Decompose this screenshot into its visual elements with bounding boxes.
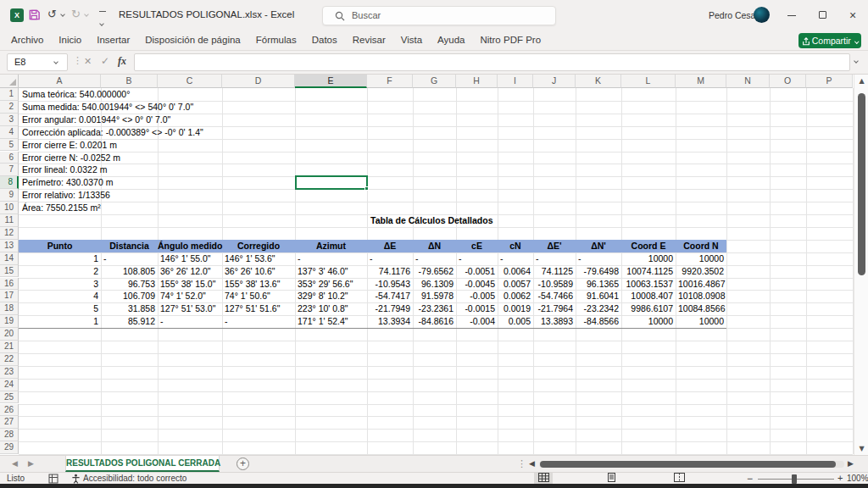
- row-header-27[interactable]: 27: [0, 416, 19, 429]
- table-header-3[interactable]: Ángulo medido: [158, 240, 222, 252]
- column-header-O[interactable]: O: [770, 75, 806, 88]
- row-header-19[interactable]: 19: [0, 315, 19, 328]
- table-header-10[interactable]: ΔE': [533, 240, 576, 252]
- cell-H14[interactable]: -: [459, 252, 495, 265]
- cell-F17[interactable]: -54.7417: [370, 290, 410, 302]
- fill-handle[interactable]: [364, 186, 369, 191]
- cell-M19[interactable]: 10000: [678, 315, 724, 328]
- row-header-26[interactable]: 26: [0, 404, 19, 417]
- summary-line[interactable]: Error cierre N: -0.0252 m: [22, 152, 120, 164]
- cell-H16[interactable]: -0.0045: [459, 278, 495, 291]
- cell-I14[interactable]: -: [500, 252, 531, 265]
- row-header-15[interactable]: 15: [0, 265, 19, 278]
- scroll-right-icon[interactable]: ▶: [848, 459, 854, 468]
- table-header-12[interactable]: Coord E: [621, 240, 676, 252]
- cell-J16[interactable]: -10.9589: [536, 278, 573, 291]
- cell-D16[interactable]: 155° 38' 13.6": [225, 278, 292, 291]
- column-header-D[interactable]: D: [222, 75, 295, 88]
- column-header-B[interactable]: B: [101, 75, 158, 88]
- accessibility-status[interactable]: Accesibilidad: todo correcto: [83, 474, 186, 483]
- cell-M15[interactable]: 9920.3502: [678, 265, 724, 278]
- cell-K18[interactable]: -23.2342: [578, 302, 619, 315]
- cell-C18[interactable]: 127° 51' 53.0": [160, 302, 220, 315]
- cell-I16[interactable]: 0.0057: [500, 278, 531, 291]
- cell-E19[interactable]: 171° 1' 52.4": [298, 315, 364, 328]
- cell-D18[interactable]: 127° 51' 51.6": [225, 302, 292, 315]
- row-header-23[interactable]: 23: [0, 366, 19, 379]
- row-header-11[interactable]: 11: [0, 214, 19, 227]
- summary-line[interactable]: Error cierre E: 0.0201 m: [22, 139, 117, 152]
- summary-line[interactable]: Suma medida: 540.001944° <> 540° 0' 7.0": [22, 101, 193, 114]
- summary-line[interactable]: Error lineal: 0.0322 m: [22, 164, 107, 176]
- cell-G16[interactable]: 96.1309: [415, 278, 453, 291]
- row-header-5[interactable]: 5: [0, 139, 19, 152]
- cell-B19[interactable]: 85.912: [103, 315, 155, 328]
- cell-A17[interactable]: 4: [21, 290, 98, 302]
- row-header-3[interactable]: 3: [0, 114, 19, 126]
- cell-C14[interactable]: 146° 1' 55.0": [160, 252, 220, 265]
- row-header-28[interactable]: 28: [0, 429, 19, 441]
- row-header-22[interactable]: 22: [0, 353, 19, 366]
- row-header-7[interactable]: 7: [0, 164, 19, 176]
- table-title[interactable]: Tabla de Cálculos Detallados: [370, 214, 493, 227]
- row-header-1[interactable]: 1: [0, 88, 19, 101]
- sheet-next-icon[interactable]: ▶: [28, 459, 34, 468]
- scroll-down-icon[interactable]: ▼: [854, 445, 868, 452]
- cell-C15[interactable]: 36° 26' 12.0": [160, 265, 220, 278]
- scroll-left-icon[interactable]: ◀: [529, 459, 535, 468]
- column-header-L[interactable]: L: [621, 75, 676, 88]
- cell-L17[interactable]: 10008.407: [624, 290, 673, 302]
- cell-M16[interactable]: 10016.4867: [678, 278, 724, 291]
- horizontal-scrollbar-thumb[interactable]: [540, 461, 836, 468]
- table-header-13[interactable]: Coord N: [676, 240, 726, 252]
- cell-I18[interactable]: 0.0019: [500, 302, 531, 315]
- view-normal-button[interactable]: [534, 473, 553, 485]
- cell-E16[interactable]: 353° 29' 56.6": [298, 278, 364, 291]
- cell-D15[interactable]: 36° 26' 10.6": [225, 265, 292, 278]
- cell-F18[interactable]: -21.7949: [370, 302, 410, 315]
- row-header-16[interactable]: 16: [0, 278, 19, 291]
- macro-record-icon[interactable]: [48, 474, 58, 484]
- table-header-5[interactable]: Azimut: [295, 240, 367, 252]
- cell-G17[interactable]: 91.5978: [415, 290, 453, 302]
- cell-K15[interactable]: -79.6498: [578, 265, 619, 278]
- cell-M17[interactable]: 10108.0908: [678, 290, 724, 302]
- row-header-20[interactable]: 20: [0, 328, 19, 341]
- row-header-4[interactable]: 4: [0, 126, 19, 139]
- cell-B14[interactable]: -: [103, 252, 155, 265]
- zoom-slider-thumb[interactable]: [792, 474, 797, 484]
- row-header-8[interactable]: 8: [0, 176, 19, 189]
- summary-line[interactable]: Corrección aplicada: -0.000389° <> -0° 0…: [22, 126, 203, 139]
- cell-C17[interactable]: 74° 1' 52.0": [160, 290, 220, 302]
- cell-B15[interactable]: 108.805: [103, 265, 155, 278]
- cell-F16[interactable]: -10.9543: [370, 278, 410, 291]
- cell-J14[interactable]: -: [536, 252, 573, 265]
- cell-A16[interactable]: 3: [21, 278, 98, 291]
- view-page-layout-button[interactable]: [602, 473, 620, 485]
- cell-H19[interactable]: -0.004: [459, 315, 495, 328]
- selected-cell-E8[interactable]: [295, 175, 368, 190]
- cell-E15[interactable]: 137° 3' 46.0": [298, 265, 364, 278]
- summary-line[interactable]: Área: 7550.2155 m²: [22, 202, 101, 214]
- cell-I19[interactable]: 0.005: [500, 315, 531, 328]
- cell-B17[interactable]: 106.709: [103, 290, 155, 302]
- table-header-2[interactable]: Distancia: [101, 240, 158, 252]
- tab-bar-divider[interactable]: ⋮: [517, 458, 526, 469]
- summary-line[interactable]: Error relativo: 1/13356: [22, 189, 110, 202]
- row-header-18[interactable]: 18: [0, 302, 19, 315]
- cell-D17[interactable]: 74° 1' 50.6": [225, 290, 292, 302]
- cell-I17[interactable]: 0.0062: [500, 290, 531, 302]
- view-page-break-button[interactable]: [670, 473, 688, 485]
- row-header-2[interactable]: 2: [0, 101, 19, 114]
- cell-D19[interactable]: -: [225, 315, 292, 328]
- cell-L19[interactable]: 10000: [624, 315, 673, 328]
- table-header-9[interactable]: cN: [498, 240, 533, 252]
- cell-F14[interactable]: -: [370, 252, 410, 265]
- table-header-11[interactable]: ΔN': [576, 240, 621, 252]
- summary-line[interactable]: Suma teórica: 540.000000°: [22, 88, 130, 101]
- add-sheet-button[interactable]: +: [236, 458, 249, 470]
- sheet-prev-icon[interactable]: ◀: [12, 459, 18, 468]
- row-header-21[interactable]: 21: [0, 341, 19, 353]
- cell-B18[interactable]: 31.858: [103, 302, 155, 315]
- cell-F15[interactable]: 74.1176: [370, 265, 410, 278]
